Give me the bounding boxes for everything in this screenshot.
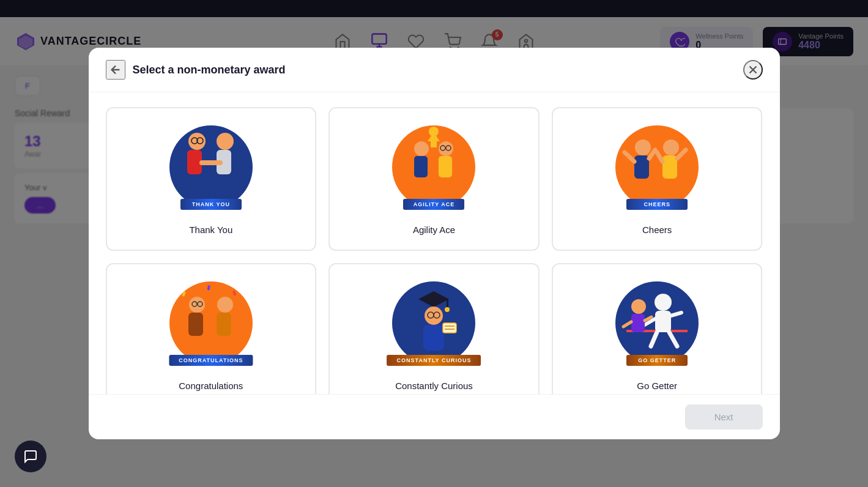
svg-point-59 bbox=[655, 294, 672, 311]
award-label-go-getter: Go Getter bbox=[637, 381, 677, 391]
next-button[interactable]: Next bbox=[685, 404, 763, 429]
thank-you-banner: THANK YOU bbox=[180, 199, 242, 210]
modal-footer: Next bbox=[89, 394, 780, 439]
svg-rect-28 bbox=[634, 155, 649, 179]
award-image-thank-you: THANK YOU bbox=[165, 123, 257, 215]
svg-point-10 bbox=[169, 125, 253, 209]
award-card-go-getter[interactable]: GO GETTER Go Getter bbox=[552, 263, 763, 394]
agility-banner: AGILITY ACE bbox=[403, 199, 464, 210]
go-getter-banner: GO GETTER bbox=[626, 355, 688, 366]
award-label-constantly-curious: Constantly Curious bbox=[395, 381, 473, 391]
svg-rect-60 bbox=[655, 311, 671, 332]
constantly-curious-banner: CONSTANTLY CURIOUS bbox=[387, 355, 481, 366]
svg-rect-50 bbox=[423, 325, 444, 351]
award-label-thank-you: Thank You bbox=[189, 225, 232, 235]
svg-point-27 bbox=[635, 139, 651, 155]
modal-header: Select a non-monetary award bbox=[89, 48, 780, 92]
modal-overlay[interactable]: Select a non-monetary award bbox=[0, 0, 868, 487]
award-card-thank-you[interactable]: THANK YOU Thank You bbox=[106, 107, 317, 251]
back-button[interactable] bbox=[106, 60, 125, 80]
award-selection-modal: Select a non-monetary award bbox=[89, 48, 780, 439]
congratulations-banner: CONGRATULATIONS bbox=[169, 355, 253, 366]
svg-point-13 bbox=[217, 133, 234, 150]
award-image-cheers: CHEERS bbox=[611, 123, 703, 215]
svg-rect-37 bbox=[188, 313, 203, 336]
modal-title: Select a non-monetary award bbox=[133, 64, 431, 76]
award-label-agility-ace: Agility Ace bbox=[413, 225, 455, 235]
svg-point-26 bbox=[615, 125, 699, 209]
svg-point-48 bbox=[445, 307, 450, 312]
svg-rect-32 bbox=[662, 155, 677, 179]
svg-point-38 bbox=[217, 297, 233, 313]
award-card-congratulations[interactable]: CONGRATULATIONS Congratulations bbox=[106, 263, 317, 394]
svg-point-20 bbox=[414, 141, 429, 156]
award-image-congratulations: CONGRATULATIONS bbox=[165, 279, 257, 371]
award-label-cheers: Cheers bbox=[642, 225, 672, 235]
award-card-constantly-curious[interactable]: CONSTANTLY CURIOUS Constantly Curious bbox=[328, 263, 540, 394]
award-image-agility-ace: AGILITY ACE bbox=[388, 123, 480, 215]
award-label-congratulations: Congratulations bbox=[179, 381, 243, 391]
award-card-cheers[interactable]: CHEERS Cheers bbox=[552, 107, 763, 251]
award-card-agility-ace[interactable]: AGILITY ACE Agility Ace bbox=[328, 107, 540, 251]
svg-rect-23 bbox=[439, 156, 452, 177]
svg-rect-66 bbox=[631, 314, 645, 332]
svg-rect-47 bbox=[447, 299, 448, 308]
award-image-constantly-curious: CONSTANTLY CURIOUS bbox=[388, 279, 480, 371]
close-button[interactable] bbox=[743, 60, 763, 80]
svg-rect-39 bbox=[217, 313, 231, 336]
award-image-go-getter: GO GETTER bbox=[611, 279, 703, 371]
svg-point-65 bbox=[631, 299, 646, 314]
cheers-banner: CHEERS bbox=[626, 199, 688, 210]
chat-icon bbox=[23, 449, 38, 464]
svg-rect-21 bbox=[414, 156, 428, 177]
svg-point-19 bbox=[429, 127, 439, 136]
svg-point-31 bbox=[663, 139, 679, 155]
svg-point-35 bbox=[169, 281, 253, 365]
svg-rect-51 bbox=[443, 323, 456, 333]
awards-grid: THANK YOU Thank You bbox=[106, 107, 763, 394]
chat-bubble[interactable] bbox=[15, 441, 46, 472]
modal-body: THANK YOU Thank You bbox=[89, 92, 780, 394]
